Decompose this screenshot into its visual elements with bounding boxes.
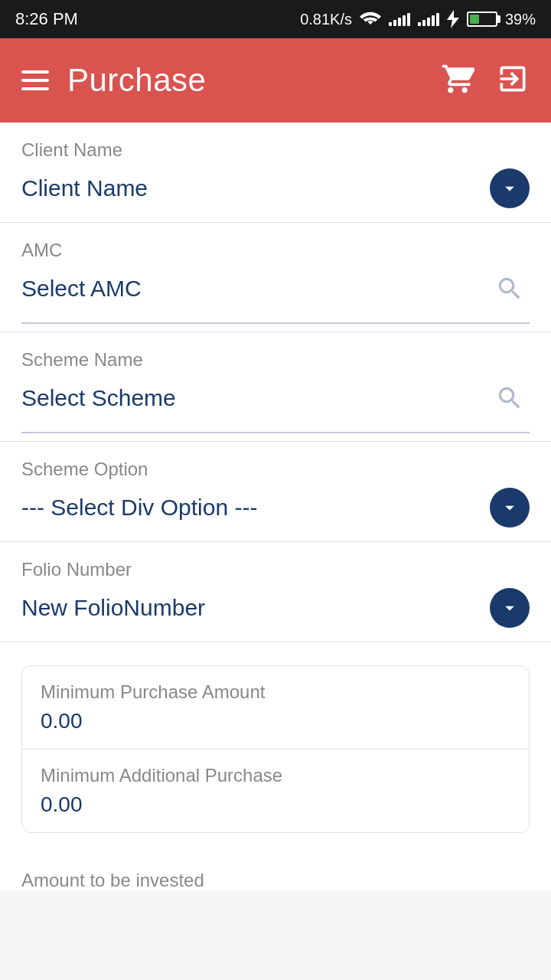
scheme-search-button[interactable] <box>490 378 530 418</box>
form-content: Client Name Client Name AMC Select AMC S… <box>0 122 551 891</box>
scheme-name-section: Scheme Name Select Scheme <box>0 332 551 442</box>
amc-value: Select AMC <box>21 276 490 302</box>
cart-icon <box>441 62 474 96</box>
chevron-down-icon <box>499 597 520 619</box>
chevron-down-icon <box>499 178 520 199</box>
scheme-name-value: Select Scheme <box>21 385 490 411</box>
scheme-option-label: Scheme Option <box>21 459 530 480</box>
min-additional-label: Minimum Additional Purchase <box>41 765 510 786</box>
app-bar: Purchase <box>0 38 551 122</box>
signal-icon-2 <box>418 12 439 26</box>
amount-section: Amount to be invested <box>0 856 551 891</box>
network-speed: 0.81K/s <box>300 11 352 28</box>
scheme-option-dropdown-button[interactable] <box>490 488 530 528</box>
client-name-dropdown-button[interactable] <box>490 168 530 208</box>
info-card: Minimum Purchase Amount 0.00 Minimum Add… <box>21 665 530 833</box>
wifi-icon <box>360 11 381 28</box>
scheme-name-underline <box>21 432 530 433</box>
scheme-name-field[interactable]: Select Scheme <box>21 378 530 432</box>
search-icon <box>495 274 524 303</box>
scheme-name-label: Scheme Name <box>21 349 530 371</box>
amount-label: Amount to be invested <box>21 870 530 891</box>
charging-icon <box>447 10 459 28</box>
hamburger-menu-button[interactable] <box>21 70 49 90</box>
app-bar-left: Purchase <box>21 62 206 99</box>
scheme-option-section: Scheme Option --- Select Div Option --- <box>0 442 551 542</box>
scheme-option-value: --- Select Div Option --- <box>21 495 490 521</box>
folio-number-dropdown-button[interactable] <box>490 588 530 628</box>
scheme-option-field[interactable]: --- Select Div Option --- <box>21 488 530 541</box>
amc-underline <box>21 322 530 324</box>
min-purchase-row: Minimum Purchase Amount 0.00 <box>22 666 529 749</box>
client-name-value: Client Name <box>21 175 490 201</box>
amc-search-button[interactable] <box>490 269 530 309</box>
signal-icon-1 <box>389 12 410 26</box>
app-bar-right <box>441 62 530 99</box>
page-title: Purchase <box>67 62 206 99</box>
folio-number-label: Folio Number <box>21 559 530 580</box>
folio-number-section: Folio Number New FolioNumber <box>0 542 551 642</box>
min-purchase-value: 0.00 <box>41 709 510 733</box>
status-right-group: 0.81K/s 39% <box>300 10 536 28</box>
amc-label: AMC <box>21 240 530 261</box>
min-additional-row: Minimum Additional Purchase 0.00 <box>22 749 529 832</box>
chevron-down-icon <box>499 497 520 518</box>
time-display: 8:26 PM <box>15 9 78 29</box>
client-name-label: Client Name <box>21 139 530 161</box>
exit-icon <box>496 62 530 96</box>
min-additional-value: 0.00 <box>41 792 510 817</box>
exit-button[interactable] <box>496 62 530 99</box>
search-icon <box>495 384 524 413</box>
cart-button[interactable] <box>441 62 474 99</box>
client-name-section: Client Name Client Name <box>0 122 551 223</box>
client-name-field[interactable]: Client Name <box>21 168 530 222</box>
battery-percent: 39% <box>505 11 536 28</box>
folio-number-value: New FolioNumber <box>21 595 490 621</box>
status-bar: 8:26 PM 0.81K/s 39% <box>0 0 551 38</box>
amc-field[interactable]: Select AMC <box>21 269 530 322</box>
amc-section: AMC Select AMC <box>0 223 551 332</box>
min-purchase-label: Minimum Purchase Amount <box>41 681 510 703</box>
folio-number-field[interactable]: New FolioNumber <box>21 588 530 642</box>
battery-icon <box>467 11 497 27</box>
